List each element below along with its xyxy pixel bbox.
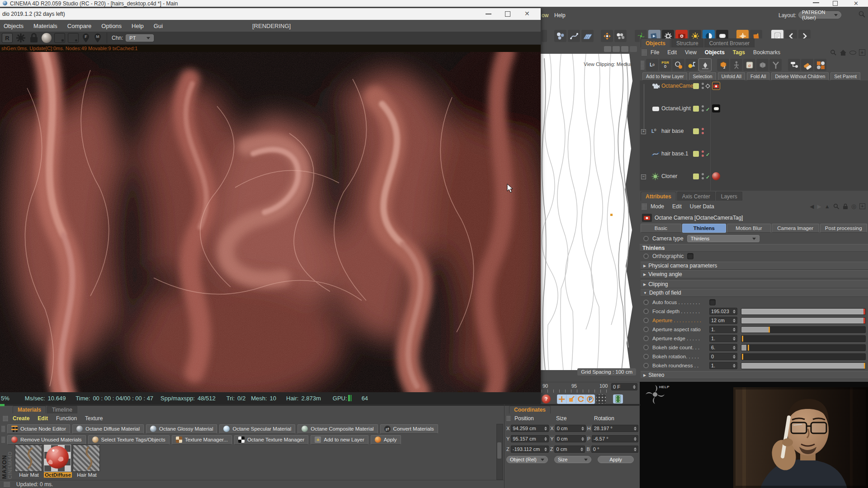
apply-button[interactable]: Apply — [598, 456, 634, 463]
size-mode-dropdown[interactable]: Size — [554, 456, 591, 463]
rot-h-field[interactable]: 28.197 ° — [592, 425, 638, 432]
octane-minimize-icon[interactable] — [486, 14, 491, 14]
axis-snap-icon[interactable] — [601, 30, 613, 42]
help-icon[interactable]: ? — [542, 394, 551, 404]
section-clipping[interactable]: ▶Clipping — [641, 280, 868, 288]
plane-grid-icon[interactable] — [581, 30, 594, 42]
viewport-pan-icon[interactable] — [604, 46, 611, 52]
channel-dropdown[interactable]: PT — [126, 34, 154, 42]
aperture-field[interactable]: 12 cm — [709, 317, 737, 324]
history-back-icon[interactable]: ◀ — [810, 203, 814, 210]
axis-icon[interactable]: L0 — [646, 59, 658, 71]
om-tree[interactable]: OctaneCamera OctaneLight ✓ + L0 hair bas… — [640, 80, 868, 191]
aperture-slider[interactable] — [741, 317, 866, 324]
tab-timeline[interactable]: Timeline — [47, 406, 77, 413]
node-link-icon[interactable] — [788, 59, 800, 71]
pos-y-field[interactable]: 95.157 cm — [511, 435, 549, 442]
render-view[interactable] — [0, 52, 541, 392]
enabled-check-icon[interactable]: ✓ — [706, 152, 710, 158]
tab-axis-center[interactable]: Axis Center — [677, 192, 715, 201]
tab-thinlens[interactable]: Thinlens — [682, 224, 726, 233]
tab-coordinates[interactable]: Coordinates — [509, 406, 551, 413]
tab-attributes[interactable]: Attributes — [641, 192, 676, 201]
lock-icon[interactable] — [843, 203, 848, 210]
anim-dot-icon[interactable] — [643, 300, 649, 305]
frame-field[interactable]: 0 F — [611, 383, 637, 390]
convert-materials-button[interactable]: ⇄Convert Materials — [380, 424, 438, 434]
tab-motion-blur[interactable]: Motion Blur — [727, 224, 771, 233]
octane-menu-compare[interactable]: Compare — [67, 23, 91, 29]
aperture-edge-slider[interactable] — [741, 335, 866, 342]
octane-diffuse-material-button[interactable]: Octane Diffuse Material — [72, 424, 144, 434]
auto-focus-checkbox[interactable] — [709, 299, 716, 305]
drag-grip-icon[interactable] — [3, 416, 8, 422]
apply-button[interactable]: Apply — [371, 435, 401, 445]
layer-color-chip[interactable] — [693, 106, 699, 112]
anim-dot-icon[interactable] — [643, 363, 649, 368]
material-item[interactable]: Hair Mat — [15, 445, 43, 478]
tab-objects[interactable]: Objects — [641, 38, 670, 47]
layer-color-chip[interactable] — [693, 174, 699, 179]
center-axis-icon[interactable] — [685, 59, 698, 71]
grey-cube-icon[interactable] — [756, 59, 769, 71]
psr-icon[interactable]: PSR0 — [659, 59, 671, 71]
enable-dots[interactable] — [702, 128, 704, 134]
tab-content-browser[interactable]: Content Browser — [704, 38, 755, 47]
history-forward-icon[interactable]: ▶ — [817, 203, 821, 210]
drag-grip-icon[interactable] — [641, 61, 644, 70]
move-view-icon[interactable] — [557, 395, 566, 404]
clipped-icon[interactable] — [542, 30, 547, 42]
section-viewing-angle[interactable]: ▶Viewing angle — [641, 270, 868, 278]
octane-titlebar[interactable]: dio 2019.1.2 (32 days left) ✕ — [0, 8, 541, 20]
dots-grid-icon[interactable] — [596, 394, 606, 404]
focus-picker-pin-icon[interactable]: F — [81, 33, 90, 43]
tags-icon[interactable] — [801, 59, 813, 71]
om-eye-icon[interactable] — [849, 51, 856, 55]
anim-dot-icon[interactable] — [643, 327, 649, 332]
close-icon[interactable]: ✕ — [854, 0, 859, 6]
octane-composite-material-button[interactable]: Octane Composite Material — [297, 424, 377, 434]
material-picker-pin-icon[interactable]: M — [93, 33, 102, 43]
octane-glossy-material-button[interactable]: Octane Glossy Material — [146, 424, 217, 434]
enabled-check-icon[interactable]: ✓ — [706, 174, 710, 180]
parent-mode-icon[interactable]: P — [586, 395, 594, 404]
octane-menu-objects[interactable]: Objects — [4, 23, 24, 29]
tab-post-processing[interactable]: Post processing — [820, 224, 868, 233]
remove-unused-materials-button[interactable]: Remove Unused Materials — [7, 435, 86, 445]
octane-light-tag-icon[interactable] — [712, 104, 720, 113]
om-menu-file[interactable]: File — [651, 49, 659, 56]
tab-materials[interactable]: Materials — [13, 406, 46, 413]
size-x-field[interactable]: 0 cm — [555, 425, 586, 432]
rot-b-field[interactable]: 0 ° — [591, 446, 638, 453]
octane-close-icon[interactable]: ✕ — [524, 10, 530, 17]
drag-grip-icon[interactable] — [1, 426, 5, 432]
materials-scrollbar[interactable] — [496, 424, 503, 480]
attr-search-icon[interactable] — [833, 203, 840, 210]
enable-dots[interactable] — [702, 83, 704, 89]
spheres-icon[interactable] — [554, 30, 566, 42]
enable-dots[interactable] — [702, 150, 704, 157]
settings-gear-icon[interactable] — [15, 33, 26, 43]
add-to-new-layer-button[interactable]: Add to New Layer — [642, 72, 687, 80]
mat-menu-edit[interactable]: Edit — [38, 415, 48, 422]
viewport-toggle-icon[interactable] — [630, 46, 637, 52]
anim-dot-icon[interactable] — [643, 318, 649, 323]
om-home-icon[interactable] — [840, 49, 847, 56]
pick-material-ball-icon[interactable] — [42, 33, 52, 43]
tab-camera-imager[interactable]: Camera Imager — [772, 224, 819, 233]
spline-tool-icon[interactable] — [568, 30, 580, 42]
texture-manager-button[interactable]: Texture Manager... — [172, 435, 232, 445]
figure-icon[interactable] — [730, 59, 742, 71]
viewport-rotate-icon[interactable] — [621, 46, 628, 52]
rot-p-field[interactable]: -6.57 ° — [592, 435, 638, 442]
collapse-minus-icon[interactable]: − — [641, 174, 646, 179]
minimize-icon[interactable] — [813, 2, 819, 3]
attr-menu-mode[interactable]: Mode — [651, 203, 664, 210]
focal-depth-slider[interactable] — [741, 308, 866, 315]
object-name[interactable]: OctaneLight — [661, 105, 691, 112]
drag-grip-icon[interactable] — [4, 482, 10, 487]
object-rel-dropdown[interactable]: Object (Rel) — [506, 456, 548, 463]
attr-menu-userdata[interactable]: User Data — [690, 203, 714, 210]
render-film-icon[interactable] — [613, 394, 623, 404]
layer-color-chip[interactable] — [693, 83, 699, 89]
